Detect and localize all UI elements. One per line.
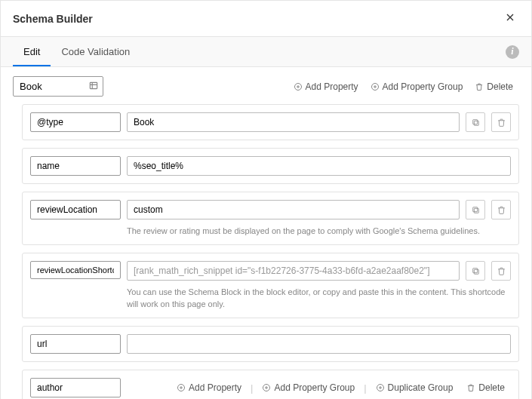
plus-circle-icon — [294, 82, 303, 91]
delete-button[interactable] — [491, 261, 511, 281]
property-key-name[interactable] — [30, 156, 121, 176]
property-value-type[interactable] — [127, 112, 460, 132]
property-row-type — [22, 104, 519, 140]
plus-circle-icon — [376, 383, 385, 392]
tab-code-validation[interactable]: Code Validation — [51, 37, 140, 66]
property-value-reviewlocation[interactable] — [127, 200, 460, 219]
add-property-group-button[interactable]: Add Property Group — [364, 78, 469, 95]
close-button[interactable] — [501, 8, 519, 29]
svg-rect-5 — [474, 208, 478, 213]
add-property-button[interactable]: Add Property — [288, 78, 364, 95]
property-group-author: Add Property | Add Property Group | Dupl… — [22, 370, 519, 399]
property-value-reviewlocationshortcode[interactable] — [127, 261, 460, 281]
copy-icon — [471, 266, 481, 276]
svg-rect-8 — [472, 269, 477, 273]
trash-icon — [497, 205, 506, 215]
author-delete-group-button[interactable]: Delete — [460, 379, 511, 396]
property-value-name[interactable] — [127, 156, 511, 176]
schema-type-input[interactable] — [13, 76, 103, 97]
property-row-reviewlocationshortcode: You can use the Schema Block in the bloc… — [22, 253, 519, 318]
delete-button[interactable] — [491, 200, 511, 219]
property-key-reviewlocation[interactable] — [30, 200, 121, 219]
property-key-type[interactable] — [30, 112, 121, 132]
property-row-name — [22, 148, 519, 184]
svg-rect-3 — [474, 121, 478, 125]
copy-button[interactable] — [466, 112, 485, 132]
property-value-url[interactable] — [127, 334, 511, 354]
copy-button[interactable] — [466, 200, 485, 219]
trash-icon — [497, 118, 506, 127]
modal-title: Schema Builder — [13, 13, 93, 25]
schema-type-selector[interactable] — [13, 76, 103, 97]
trash-icon — [475, 82, 484, 91]
delete-schema-button[interactable]: Delete — [469, 78, 519, 95]
author-duplicate-group-button[interactable]: Duplicate Group — [370, 379, 460, 396]
copy-icon — [471, 205, 481, 215]
property-key-url[interactable] — [30, 334, 121, 354]
plus-circle-icon — [371, 82, 380, 91]
copy-icon — [471, 118, 481, 127]
info-icon[interactable]: i — [506, 45, 519, 59]
help-text-reviewlocationshortcode: You can use the Schema Block in the bloc… — [127, 287, 511, 310]
svg-rect-6 — [472, 207, 477, 211]
svg-rect-4 — [472, 119, 477, 124]
plus-circle-icon — [262, 383, 271, 392]
trash-icon — [466, 383, 475, 392]
svg-rect-7 — [474, 269, 478, 274]
author-add-property-group-button[interactable]: Add Property Group — [256, 379, 361, 396]
plus-circle-icon — [177, 383, 186, 392]
close-icon — [504, 11, 516, 23]
delete-button[interactable] — [491, 112, 511, 132]
property-key-reviewlocationshortcode[interactable] — [30, 261, 121, 279]
copy-button[interactable] — [466, 261, 485, 281]
property-row-url — [22, 326, 519, 362]
group-key-author[interactable] — [30, 378, 121, 397]
tab-edit[interactable]: Edit — [13, 37, 51, 66]
trash-icon — [497, 266, 506, 276]
property-row-reviewlocation: The review or rating must be displayed o… — [22, 192, 519, 245]
author-add-property-button[interactable]: Add Property — [171, 379, 248, 396]
help-text-reviewlocation: The review or rating must be displayed o… — [127, 226, 511, 237]
